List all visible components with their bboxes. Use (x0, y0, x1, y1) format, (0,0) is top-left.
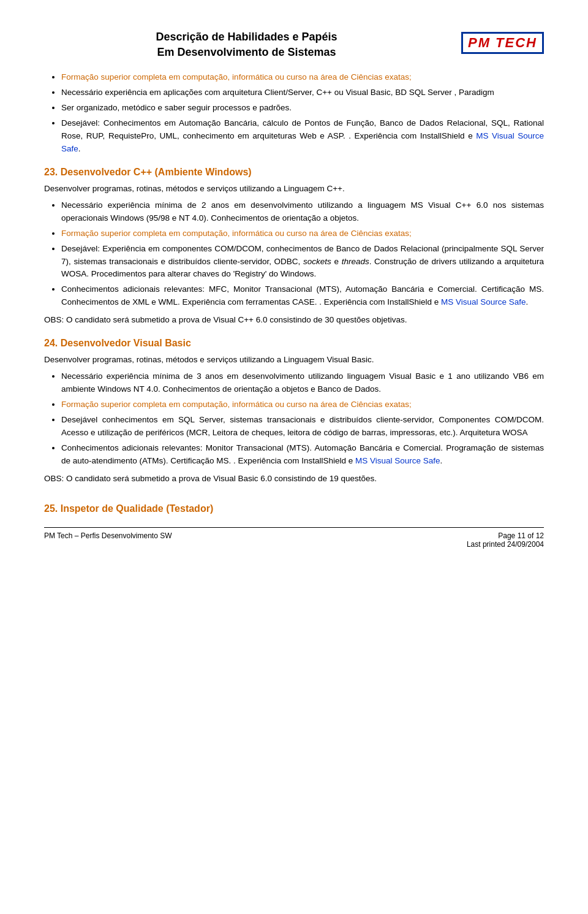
intro-bullet-list: Formação superior completa em computação… (61, 71, 544, 156)
logo-pm: PM (468, 35, 491, 50)
s24-bullet-3: Desejável conhecimentos em SQL Server, s… (61, 415, 544, 437)
page-header: Descrição de Habilidades e Papéis Em Des… (44, 29, 544, 60)
page-title: Descrição de Habilidades e Papéis Em Des… (44, 29, 449, 60)
list-item: Formação superior completa em computação… (61, 71, 544, 84)
footer-page: Page 11 of 12 (467, 531, 544, 540)
s23-bullet-1: Necessário experiência mínima de 2 anos … (61, 200, 544, 223)
list-item: Desejável: Conhecimentos em Automação Ba… (61, 117, 544, 156)
footer-right: Page 11 of 12 Last printed 24/09/2004 (467, 531, 544, 549)
section-25-title: 25. Inspetor de Qualidade (Testador) (44, 503, 544, 514)
intro-bullet-1: Formação superior completa em computação… (61, 72, 412, 82)
footer-left: PM Tech – Perfis Desenvolvimento SW (44, 531, 172, 549)
list-item: Formação superior completa em computação… (61, 227, 544, 240)
list-item: Ser organizado, metódico e saber seguir … (61, 102, 544, 115)
section-23-title: 23. Desenvolvedor C++ (Ambiente Windows) (44, 167, 544, 178)
section-24-obs: OBS: O candidato será submetido a prova … (44, 473, 544, 486)
s23-bullet-2: Formação superior completa em computação… (61, 229, 412, 238)
pm-tech-logo: PM TECH (461, 32, 544, 54)
intro-bullet-3: Ser organizado, metódico e saber seguir … (61, 103, 292, 112)
section-23-bullet-list: Necessário experiência mínima de 2 anos … (61, 199, 544, 309)
section-24: 24. Desenvolvedor Visual Basic Desenvolv… (44, 338, 544, 485)
section-25: 25. Inspetor de Qualidade (Testador) (44, 503, 544, 514)
section-23: 23. Desenvolvedor C++ (Ambiente Windows)… (44, 167, 544, 327)
section-24-title: 24. Desenvolvedor Visual Basic (44, 338, 544, 349)
list-item: Desejável: Experiência em componentes CO… (61, 243, 544, 281)
s23-bullet-3: Desejável: Experiência em componentes CO… (61, 244, 544, 279)
logo-tech: TECH (496, 35, 537, 50)
s24-bullet-1: Necessário experiência mínima de 3 anos … (61, 371, 544, 394)
section-24-bullet-list: Necessário experiência mínima de 3 anos … (61, 370, 544, 467)
section-23-intro: Desenvolver programas, rotinas, métodos … (44, 183, 544, 196)
list-item: Necessário experiência mínima de 2 anos … (61, 199, 544, 225)
intro-bullet-2: Necessário experiência em aplicações com… (61, 88, 494, 97)
s23-bullet-4: Conhecimentos adicionais relevantes: MFC… (61, 284, 544, 307)
section-23-obs: OBS: O candidato será submetido a prova … (44, 314, 544, 327)
s24-bullet-2: Formação superior completa em computação… (61, 400, 412, 409)
footer-date: Last printed 24/09/2004 (467, 540, 544, 549)
list-item: Desejável conhecimentos em SQL Server, s… (61, 414, 544, 440)
intro-bullet-4: Desejável: Conhecimentos em Automação Ba… (61, 118, 544, 153)
list-item: Conhecimentos adicionais relevantes: MFC… (61, 283, 544, 309)
section-24-intro: Desenvolver programas, rotinas, métodos … (44, 354, 544, 367)
list-item: Necessário experiência em aplicações com… (61, 86, 544, 99)
page-title-block: Descrição de Habilidades e Papéis Em Des… (44, 29, 449, 60)
s24-bullet-4: Conhecimentos adicionais relevantes: Mon… (61, 443, 544, 465)
list-item: Formação superior completa em computação… (61, 398, 544, 411)
page: Descrição de Habilidades e Papéis Em Des… (0, 0, 588, 568)
list-item: Conhecimentos adicionais relevantes: Mon… (61, 442, 544, 468)
page-footer: PM Tech – Perfis Desenvolvimento SW Page… (44, 527, 544, 549)
list-item: Necessário experiência mínima de 3 anos … (61, 370, 544, 396)
